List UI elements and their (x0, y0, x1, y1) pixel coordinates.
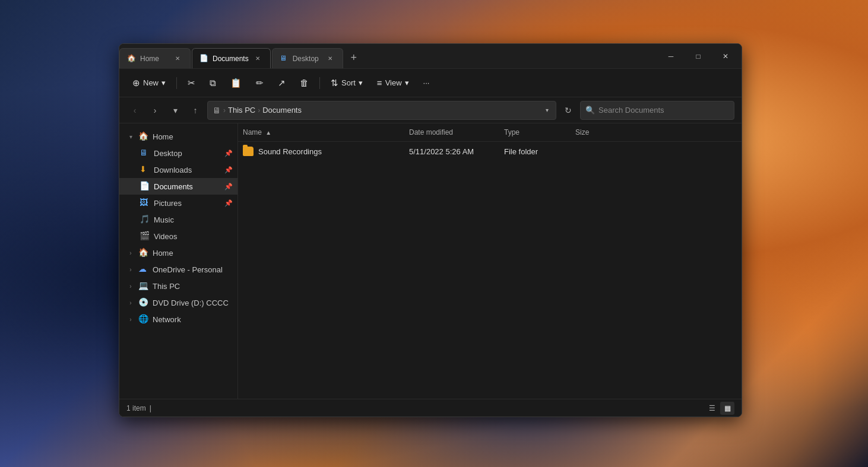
view-button[interactable]: ≡ View ▾ (371, 75, 415, 91)
view-arrow: ▾ (405, 78, 409, 87)
home2-sidebar-icon: 🏠 (138, 247, 149, 258)
sidebar-item-home-expanded[interactable]: ▾ 🏠 Home (119, 128, 237, 145)
sidebar-home-label: Home (153, 132, 233, 141)
toolbar-sep-1 (176, 77, 177, 89)
maximize-button[interactable]: □ (685, 44, 712, 69)
more-button[interactable]: ··· (417, 75, 436, 90)
home-sidebar-icon: 🏠 (138, 131, 149, 142)
sort-button[interactable]: ⇅ Sort ▾ (325, 75, 369, 91)
breadcrumb-thispc[interactable]: This PC (228, 106, 255, 115)
sidebar-item-videos[interactable]: 🎬 Videos (119, 228, 237, 244)
status-view-buttons: ☰ ▦ (705, 402, 734, 415)
copy-button[interactable]: ⧉ (204, 75, 222, 91)
sidebar-dvd-label: DVD Drive (D:) CCCC (153, 298, 233, 307)
toolbar: ⊕ New ▾ ✂ ⧉ 📋 ✏ ↗ 🗑 ⇅ Sort ▾ ≡ (119, 69, 742, 97)
tab-home-close[interactable]: ✕ (172, 53, 183, 64)
new-icon: ⊕ (132, 78, 140, 88)
sidebar-documents-label: Documents (154, 182, 221, 191)
more-icon: ··· (423, 78, 430, 87)
tab-documents[interactable]: 📄 Documents ✕ (192, 48, 271, 68)
view-grid-button[interactable]: ▦ (720, 402, 734, 415)
col-header-date[interactable]: Date modified (404, 126, 499, 139)
tab-desktop-label: Desktop (293, 55, 321, 63)
forward-button[interactable]: › (147, 102, 163, 119)
desktop-sidebar-icon: 🖥 (140, 148, 150, 158)
sort-icon: ⇅ (331, 78, 338, 88)
dvd-sidebar-icon: 💿 (138, 297, 149, 308)
sidebar-item-documents[interactable]: 📄 Documents 📌 (119, 178, 237, 195)
col-header-name[interactable]: Name ▲ (238, 126, 404, 139)
list-view-icon: ☰ (709, 404, 715, 412)
address-dropdown[interactable]: ▾ (543, 106, 551, 115)
home-tab-icon: 🏠 (127, 54, 137, 63)
file-explorer-window: 🏠 Home ✕ 📄 Documents ✕ 🖥 Desktop ✕ + ─ □… (119, 43, 742, 417)
file-type: File folder (499, 147, 571, 156)
new-button[interactable]: ⊕ New ▾ (126, 75, 172, 91)
new-label: New (143, 78, 159, 87)
new-arrow: ▾ (161, 78, 166, 87)
sidebar-desktop-label: Desktop (154, 149, 221, 158)
search-box[interactable]: 🔍 Search Documents (580, 101, 734, 120)
sort-arrow: ▾ (359, 78, 363, 87)
downloads-sidebar-icon: ⬇ (140, 164, 150, 175)
sidebar-item-network[interactable]: › 🌐 Network (119, 311, 237, 328)
sidebar-item-downloads[interactable]: ⬇ Downloads 📌 (119, 161, 237, 178)
file-name-cell: Sound Recordings (238, 147, 404, 156)
view-label: View (385, 78, 402, 87)
search-placeholder: Search Documents (598, 106, 729, 115)
sidebar-item-music[interactable]: 🎵 Music (119, 211, 237, 228)
sidebar-item-onedrive[interactable]: › ☁ OneDrive - Personal (119, 261, 237, 278)
folder-icon (243, 147, 254, 156)
window-controls: ─ □ ✕ (655, 44, 742, 68)
tab-home[interactable]: 🏠 Home ✕ (119, 48, 191, 68)
sidebar-item-dvd[interactable]: › 💿 DVD Drive (D:) CCCC (119, 294, 237, 311)
sidebar-videos-label: Videos (154, 232, 233, 241)
sidebar-item-thispc[interactable]: › 💻 This PC (119, 278, 237, 294)
rename-button[interactable]: ✏ (250, 75, 270, 91)
table-row[interactable]: Sound Recordings 5/11/2022 5:26 AM File … (238, 144, 742, 158)
item-count: 1 item (126, 404, 146, 412)
view-list-button[interactable]: ☰ (705, 402, 719, 415)
sidebar-pictures-label: Pictures (154, 199, 221, 208)
chevron-right-dvd-icon: › (126, 300, 135, 306)
music-sidebar-icon: 🎵 (140, 214, 150, 225)
new-tab-button[interactable]: + (344, 49, 363, 68)
address-bar[interactable]: 🖥 › This PC › Documents ▾ (207, 101, 556, 120)
file-date: 5/11/2022 5:26 AM (404, 147, 499, 156)
recent-button[interactable]: ▾ (167, 102, 183, 119)
minimize-button[interactable]: ─ (657, 44, 685, 69)
status-bar: 1 item | ☰ ▦ (119, 399, 742, 417)
refresh-button[interactable]: ↻ (560, 102, 576, 119)
file-name: Sound Recordings (258, 147, 322, 156)
sidebar-item-desktop[interactable]: 🖥 Desktop 📌 (119, 145, 237, 161)
tab-home-label: Home (140, 55, 169, 63)
pictures-sidebar-icon: 🖼 (140, 198, 150, 208)
share-button[interactable]: ↗ (272, 75, 292, 91)
status-separator: | (150, 404, 151, 412)
chevron-right-onedrive-icon: › (126, 266, 135, 273)
col-header-type[interactable]: Type (499, 126, 571, 139)
breadcrumb-documents[interactable]: Documents (262, 106, 302, 115)
paste-button[interactable]: 📋 (224, 75, 248, 91)
cut-button[interactable]: ✂ (182, 75, 201, 91)
sidebar-onedrive-label: OneDrive - Personal (153, 265, 233, 274)
col-header-size[interactable]: Size (571, 126, 618, 139)
up-button[interactable]: ↑ (187, 102, 204, 119)
network-sidebar-icon: 🌐 (138, 314, 149, 325)
tab-documents-label: Documents (213, 55, 249, 63)
rename-icon: ✏ (256, 78, 264, 88)
back-button[interactable]: ‹ (126, 102, 143, 119)
delete-button[interactable]: 🗑 (294, 75, 315, 91)
search-icon: 🔍 (585, 106, 595, 115)
tab-desktop[interactable]: 🖥 Desktop ✕ (272, 48, 343, 68)
tab-documents-close[interactable]: ✕ (252, 53, 263, 64)
close-button[interactable]: ✕ (712, 44, 739, 69)
paste-icon: 📋 (230, 78, 242, 88)
desktop-tab-icon: 🖥 (280, 54, 289, 63)
tab-desktop-close[interactable]: ✕ (325, 53, 335, 64)
sidebar-item-home2[interactable]: › 🏠 Home (119, 244, 237, 261)
pin-documents-icon: 📌 (224, 183, 233, 190)
pin-downloads-icon: 📌 (224, 166, 233, 174)
sidebar-item-pictures[interactable]: 🖼 Pictures 📌 (119, 195, 237, 211)
grid-view-icon: ▦ (724, 404, 731, 412)
